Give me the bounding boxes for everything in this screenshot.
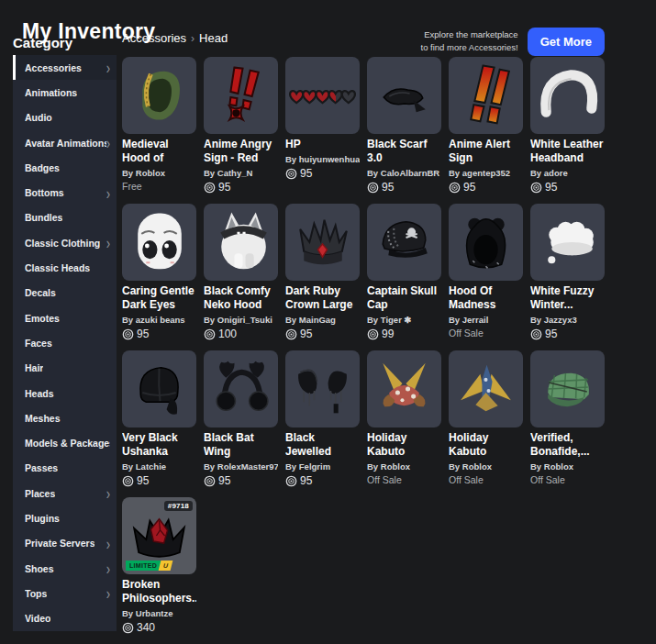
item-card[interactable]: White Leather HeadbandBy adore95 xyxy=(530,57,605,196)
sidebar-item-badges[interactable]: Badges xyxy=(13,155,117,180)
item-creator[interactable]: Jazzyx3 xyxy=(544,315,577,325)
item-card[interactable]: Black Comfy Neko HoodBy Onigiri_Tsuki100 xyxy=(204,204,278,343)
category-heading: Category xyxy=(13,35,72,50)
ushanka-thumbnail-icon xyxy=(122,350,196,427)
item-name[interactable]: Dark Ruby Crown Large xyxy=(285,284,360,312)
item-card[interactable]: Medieval Hood of MysteryBy RobloxFree xyxy=(122,57,196,196)
item-card[interactable]: #9718LIMITEDUBroken Philosophers...By Ur… xyxy=(122,497,196,637)
item-card[interactable]: Caring Gentle Dark EyesBy azuki beans95 xyxy=(122,204,196,343)
breadcrumb-accessories[interactable]: Accessories xyxy=(122,31,186,45)
item-name[interactable]: Holiday Kabuto Helmet xyxy=(367,431,441,459)
item-name[interactable]: Caring Gentle Dark Eyes xyxy=(122,284,196,312)
item-creator[interactable]: adore xyxy=(544,168,568,178)
item-card[interactable]: Black Bat Wing EarmuffsBy RolexMaster974… xyxy=(204,350,278,490)
sidebar-item-bottoms[interactable]: Bottoms› xyxy=(13,180,117,205)
limited-u-badge-label: U xyxy=(159,561,173,571)
item-creator[interactable]: huiyunwenhua xyxy=(299,154,360,164)
item-card[interactable]: Very Black UshankaBy Latchie95 xyxy=(122,350,196,490)
by-label: By xyxy=(122,315,133,325)
sidebar-item-bundles[interactable]: Bundles xyxy=(13,205,117,230)
breadcrumb-head[interactable]: Head xyxy=(199,31,228,45)
item-creator[interactable]: Roblox xyxy=(136,168,165,178)
item-price: Off Sale xyxy=(367,474,441,485)
white-fuzzy-hat-thumbnail-icon xyxy=(530,204,605,281)
item-creator[interactable]: Tiger ✱ xyxy=(381,315,412,325)
sidebar-item-audio[interactable]: Audio xyxy=(13,105,117,130)
item-name[interactable]: Verified, Bonafide,... xyxy=(530,431,605,459)
sidebar-item-shoes[interactable]: Shoes› xyxy=(13,556,117,581)
sidebar-item-accessories[interactable]: Accessories› xyxy=(13,55,117,80)
sidebar-item-meshes[interactable]: Meshes xyxy=(13,405,117,430)
item-name[interactable]: Black Jewelled Horns of the... xyxy=(285,431,360,459)
sidebar-item-classic-heads[interactable]: Classic Heads xyxy=(13,255,117,280)
item-card[interactable]: Black Scarf 3.0By CaloAlbarnBR95 xyxy=(367,57,441,196)
sidebar-item-video[interactable]: Video xyxy=(13,606,117,631)
item-price-value: 95 xyxy=(218,474,230,487)
get-more-button[interactable]: Get More xyxy=(528,28,605,56)
sidebar-item-emotes[interactable]: Emotes xyxy=(13,305,117,330)
item-card[interactable]: Anime Alert SignBy agentep35295 xyxy=(449,57,523,196)
item-creator[interactable]: Cathy_N xyxy=(217,168,253,178)
sidebar-item-label: Animations xyxy=(25,87,77,98)
item-card[interactable]: Holiday Kabuto HelmetBy RobloxOff Sale xyxy=(367,350,441,490)
item-name[interactable]: White Fuzzy Winter... xyxy=(530,284,605,312)
item-creator[interactable]: agentep352 xyxy=(462,168,510,178)
item-name[interactable]: Medieval Hood of Mystery xyxy=(122,138,196,165)
by-label: By xyxy=(122,608,133,618)
item-card[interactable]: Verified, Bonafide,...By RobloxOff Sale xyxy=(530,350,605,490)
item-name[interactable]: HP xyxy=(285,138,360,151)
sidebar-item-heads[interactable]: Heads xyxy=(13,381,117,405)
sidebar-item-passes[interactable]: Passes xyxy=(13,456,117,481)
item-creator[interactable]: Latchie xyxy=(136,461,166,472)
item-name[interactable]: Broken Philosophers... xyxy=(122,578,196,605)
item-creator[interactable]: Onigiri_Tsuki xyxy=(217,315,272,325)
topbar-right: Explore the marketplace to find more Acc… xyxy=(421,28,605,56)
sidebar-item-label: Bottoms xyxy=(25,187,64,198)
item-card[interactable]: HPBy huiyunwenhua95 xyxy=(285,57,360,196)
item-creator[interactable]: Felgrim xyxy=(299,461,330,472)
item-creator[interactable]: azuki beans xyxy=(136,315,185,325)
chevron-right-icon: › xyxy=(106,134,110,150)
sidebar-item-faces[interactable]: Faces xyxy=(13,330,117,355)
sidebar-item-models-packages[interactable]: Models & Packages xyxy=(13,430,117,455)
sidebar-item-animations[interactable]: Animations xyxy=(13,80,117,105)
item-card[interactable]: Captain Skull CapBy Tiger ✱99 xyxy=(367,204,441,343)
sidebar-item-decals[interactable]: Decals xyxy=(13,281,117,305)
item-card[interactable]: Dark Ruby Crown LargeBy MainGag95 xyxy=(285,204,360,343)
sidebar-item-classic-clothing[interactable]: Classic Clothing› xyxy=(13,230,117,255)
item-name[interactable]: White Leather Headband xyxy=(530,138,605,165)
item-name[interactable]: Very Black Ushanka xyxy=(122,431,196,459)
sidebar-item-places[interactable]: Places› xyxy=(13,481,117,505)
sidebar-item-private-servers[interactable]: Private Servers› xyxy=(13,531,117,556)
sidebar-item-plugins[interactable]: Plugins xyxy=(13,505,117,530)
item-creator[interactable]: Roblox xyxy=(462,461,492,472)
item-price: 95 xyxy=(122,328,196,340)
item-name[interactable]: Anime Alert Sign xyxy=(449,138,523,165)
item-name[interactable]: Black Bat Wing Earmuffs xyxy=(204,431,278,459)
chevron-right-icon: › xyxy=(106,184,110,201)
sidebar-item-avatar-animations[interactable]: Avatar Animations› xyxy=(13,130,117,155)
item-name[interactable]: Anime Angry Sign - Red xyxy=(204,138,278,165)
item-name[interactable]: Hood Of Madness xyxy=(449,284,523,312)
item-name[interactable]: Holiday Kabuto Helmet xyxy=(449,431,523,459)
item-creator[interactable]: MainGag xyxy=(299,315,336,325)
breadcrumb-separator-icon: › xyxy=(191,32,195,45)
item-name[interactable]: Captain Skull Cap xyxy=(367,284,441,312)
sidebar-item-tops[interactable]: Tops› xyxy=(13,581,117,605)
item-creator[interactable]: Roblox xyxy=(381,461,410,472)
item-creator[interactable]: CaloAlbarnBR xyxy=(381,168,439,178)
bat-wing-earmuffs-thumbnail-icon xyxy=(204,350,278,427)
item-card[interactable]: Holiday Kabuto HelmetBy RobloxOff Sale xyxy=(449,350,523,490)
item-creator[interactable]: Roblox xyxy=(544,461,573,472)
item-card[interactable]: Black Jewelled Horns of the...By Felgrim… xyxy=(285,350,360,490)
item-name[interactable]: Black Scarf 3.0 xyxy=(367,138,441,165)
item-creator[interactable]: Jerrail xyxy=(462,315,489,325)
item-card[interactable]: White Fuzzy Winter...By Jazzyx395 xyxy=(530,204,605,343)
item-card[interactable]: Hood Of MadnessBy JerrailOff Sale xyxy=(449,204,523,343)
item-card[interactable]: Anime Angry Sign - RedBy Cathy_N95 xyxy=(204,57,278,196)
sidebar-item-hair[interactable]: Hair xyxy=(13,356,117,381)
item-name[interactable]: Black Comfy Neko Hood xyxy=(204,284,278,312)
item-creator[interactable]: RolexMaster974 xyxy=(217,461,278,472)
item-price: 95 xyxy=(285,474,360,487)
item-creator[interactable]: Urbantze xyxy=(136,608,173,618)
